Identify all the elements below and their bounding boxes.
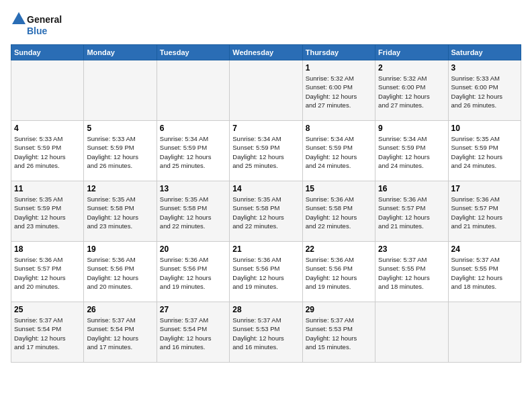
- day-number: 29: [306, 305, 372, 314]
- day-info: Sunrise: 5:34 AMSunset: 5:59 PMDaylight:…: [232, 134, 299, 170]
- day-info: Sunrise: 5:37 AMSunset: 5:54 PMDaylight:…: [87, 316, 153, 351]
- calendar-cell: 28Sunrise: 5:37 AMSunset: 5:53 PMDayligh…: [230, 302, 302, 363]
- calendar-cell: [375, 302, 448, 363]
- day-info: Sunrise: 5:36 AMSunset: 5:56 PMDaylight:…: [232, 255, 299, 291]
- calendar-cell: 4Sunrise: 5:33 AMSunset: 5:59 PMDaylight…: [11, 121, 84, 181]
- calendar-week-1: 4Sunrise: 5:33 AMSunset: 5:59 PMDaylight…: [11, 121, 521, 181]
- calendar-cell: 19Sunrise: 5:36 AMSunset: 5:56 PMDayligh…: [84, 242, 157, 302]
- day-number: 26: [87, 305, 153, 314]
- day-info: Sunrise: 5:33 AMSunset: 5:59 PMDaylight:…: [14, 134, 81, 170]
- calendar-cell: 2Sunrise: 5:32 AMSunset: 6:00 PMDaylight…: [375, 60, 448, 121]
- day-number: 27: [160, 305, 226, 314]
- calendar-cell: 7Sunrise: 5:34 AMSunset: 5:59 PMDaylight…: [230, 121, 302, 181]
- day-number: 16: [378, 184, 445, 193]
- day-info: Sunrise: 5:37 AMSunset: 5:55 PMDaylight:…: [378, 255, 445, 291]
- day-number: 18: [14, 244, 81, 254]
- calendar-cell: 6Sunrise: 5:34 AMSunset: 5:59 PMDaylight…: [157, 121, 229, 181]
- day-number: 9: [378, 124, 445, 133]
- day-info: Sunrise: 5:33 AMSunset: 5:59 PMDaylight:…: [87, 134, 153, 170]
- day-info: Sunrise: 5:32 AMSunset: 6:00 PMDaylight:…: [306, 74, 372, 109]
- day-number: 11: [14, 184, 81, 193]
- calendar-cell: 10Sunrise: 5:35 AMSunset: 5:59 PMDayligh…: [448, 121, 521, 181]
- calendar-cell: 11Sunrise: 5:35 AMSunset: 5:59 PMDayligh…: [11, 181, 84, 242]
- header-cell-sunday: Sunday: [11, 45, 84, 60]
- day-info: Sunrise: 5:35 AMSunset: 5:58 PMDaylight:…: [160, 195, 226, 230]
- day-info: Sunrise: 5:32 AMSunset: 6:00 PMDaylight:…: [378, 74, 445, 109]
- header-cell-tuesday: Tuesday: [157, 45, 229, 60]
- calendar-cell: 12Sunrise: 5:35 AMSunset: 5:58 PMDayligh…: [84, 181, 157, 242]
- calendar-cell: 23Sunrise: 5:37 AMSunset: 5:55 PMDayligh…: [375, 242, 448, 302]
- calendar-week-3: 18Sunrise: 5:36 AMSunset: 5:57 PMDayligh…: [11, 242, 521, 302]
- header-cell-thursday: Thursday: [302, 45, 375, 60]
- calendar-week-0: 1Sunrise: 5:32 AMSunset: 6:00 PMDaylight…: [11, 60, 521, 121]
- day-info: Sunrise: 5:35 AMSunset: 5:58 PMDaylight:…: [87, 195, 153, 230]
- day-number: 10: [451, 124, 518, 133]
- day-info: Sunrise: 5:34 AMSunset: 5:59 PMDaylight:…: [160, 134, 226, 170]
- calendar-cell: 20Sunrise: 5:36 AMSunset: 5:56 PMDayligh…: [157, 242, 229, 302]
- calendar-header: SundayMondayTuesdayWednesdayThursdayFrid…: [11, 45, 521, 60]
- calendar-cell: 29Sunrise: 5:37 AMSunset: 5:53 PMDayligh…: [302, 302, 375, 363]
- header-cell-monday: Monday: [84, 45, 157, 60]
- calendar-table: SundayMondayTuesdayWednesdayThursdayFrid…: [11, 44, 521, 363]
- day-info: Sunrise: 5:34 AMSunset: 5:59 PMDaylight:…: [306, 134, 372, 170]
- day-info: Sunrise: 5:37 AMSunset: 5:54 PMDaylight:…: [14, 316, 81, 351]
- calendar-cell: [157, 60, 229, 121]
- day-number: 8: [306, 124, 372, 133]
- day-number: 6: [160, 124, 226, 133]
- day-info: Sunrise: 5:37 AMSunset: 5:53 PMDaylight:…: [306, 316, 372, 351]
- calendar-cell: 8Sunrise: 5:34 AMSunset: 5:59 PMDaylight…: [302, 121, 375, 181]
- calendar-cell: 27Sunrise: 5:37 AMSunset: 5:54 PMDayligh…: [157, 302, 229, 363]
- day-number: 14: [232, 184, 299, 193]
- calendar-cell: 5Sunrise: 5:33 AMSunset: 5:59 PMDaylight…: [84, 121, 157, 181]
- day-number: 1: [306, 63, 372, 73]
- day-info: Sunrise: 5:36 AMSunset: 5:56 PMDaylight:…: [160, 255, 226, 291]
- calendar-cell: 24Sunrise: 5:37 AMSunset: 5:55 PMDayligh…: [448, 242, 521, 302]
- day-number: 19: [87, 244, 153, 254]
- calendar-cell: 17Sunrise: 5:36 AMSunset: 5:57 PMDayligh…: [448, 181, 521, 242]
- day-number: 24: [451, 244, 518, 254]
- calendar-cell: 14Sunrise: 5:35 AMSunset: 5:58 PMDayligh…: [230, 181, 302, 242]
- calendar-cell: 16Sunrise: 5:36 AMSunset: 5:57 PMDayligh…: [375, 181, 448, 242]
- calendar-cell: 15Sunrise: 5:36 AMSunset: 5:58 PMDayligh…: [302, 181, 375, 242]
- calendar-week-2: 11Sunrise: 5:35 AMSunset: 5:59 PMDayligh…: [11, 181, 521, 242]
- calendar-cell: 9Sunrise: 5:34 AMSunset: 5:59 PMDaylight…: [375, 121, 448, 181]
- svg-marker-0: [12, 12, 26, 24]
- day-info: Sunrise: 5:35 AMSunset: 5:58 PMDaylight:…: [232, 195, 299, 230]
- day-info: Sunrise: 5:36 AMSunset: 5:56 PMDaylight:…: [306, 255, 372, 291]
- calendar-cell: 13Sunrise: 5:35 AMSunset: 5:58 PMDayligh…: [157, 181, 229, 242]
- header-cell-wednesday: Wednesday: [230, 45, 302, 60]
- header-cell-saturday: Saturday: [448, 45, 521, 60]
- day-number: 12: [87, 184, 153, 193]
- header-row: SundayMondayTuesdayWednesdayThursdayFrid…: [11, 45, 521, 60]
- day-info: Sunrise: 5:36 AMSunset: 5:57 PMDaylight:…: [378, 195, 445, 230]
- day-number: 3: [451, 63, 518, 73]
- header-cell-friday: Friday: [375, 45, 448, 60]
- calendar-cell: [84, 60, 157, 121]
- calendar-cell: 1Sunrise: 5:32 AMSunset: 6:00 PMDaylight…: [302, 60, 375, 121]
- day-number: 23: [378, 244, 445, 254]
- day-info: Sunrise: 5:36 AMSunset: 5:57 PMDaylight:…: [14, 255, 81, 291]
- logo-svg: GeneralBlue: [11, 11, 71, 38]
- calendar-body: 1Sunrise: 5:32 AMSunset: 6:00 PMDaylight…: [11, 60, 521, 363]
- day-number: 22: [306, 244, 372, 254]
- day-number: 28: [232, 305, 299, 314]
- day-number: 5: [87, 124, 153, 133]
- svg-text:General: General: [27, 14, 62, 25]
- day-info: Sunrise: 5:36 AMSunset: 5:58 PMDaylight:…: [306, 195, 372, 230]
- calendar-cell: 26Sunrise: 5:37 AMSunset: 5:54 PMDayligh…: [84, 302, 157, 363]
- day-number: 15: [306, 184, 372, 193]
- calendar-cell: 21Sunrise: 5:36 AMSunset: 5:56 PMDayligh…: [230, 242, 302, 302]
- calendar-week-4: 25Sunrise: 5:37 AMSunset: 5:54 PMDayligh…: [11, 302, 521, 363]
- day-info: Sunrise: 5:37 AMSunset: 5:55 PMDaylight:…: [451, 255, 518, 291]
- day-number: 4: [14, 124, 81, 133]
- day-info: Sunrise: 5:35 AMSunset: 5:59 PMDaylight:…: [14, 195, 81, 230]
- day-info: Sunrise: 5:36 AMSunset: 5:56 PMDaylight:…: [87, 255, 153, 291]
- calendar-cell: 22Sunrise: 5:36 AMSunset: 5:56 PMDayligh…: [302, 242, 375, 302]
- calendar-cell: 25Sunrise: 5:37 AMSunset: 5:54 PMDayligh…: [11, 302, 84, 363]
- page-header: GeneralBlue: [11, 11, 521, 38]
- day-info: Sunrise: 5:35 AMSunset: 5:59 PMDaylight:…: [451, 134, 518, 170]
- logo: GeneralBlue: [11, 11, 71, 38]
- day-number: 7: [232, 124, 299, 133]
- day-info: Sunrise: 5:37 AMSunset: 5:54 PMDaylight:…: [160, 316, 226, 351]
- calendar-cell: [448, 302, 521, 363]
